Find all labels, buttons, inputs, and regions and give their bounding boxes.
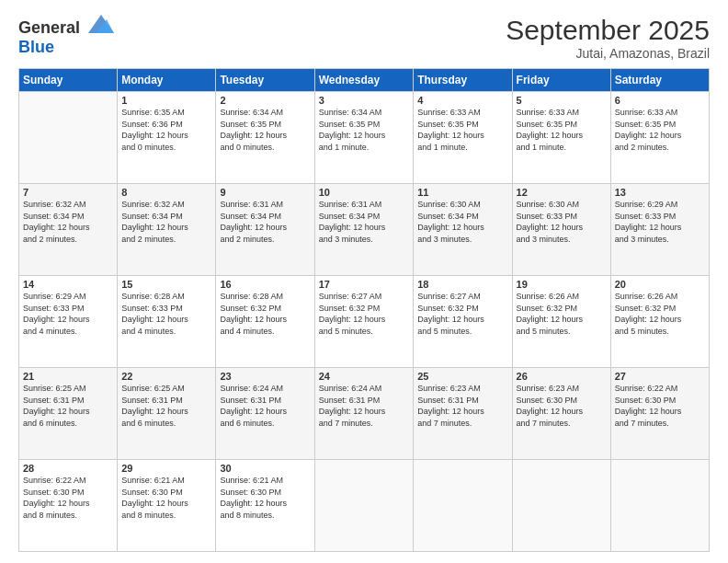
day-number: 14 xyxy=(23,279,113,290)
day-number: 27 xyxy=(615,371,705,382)
day-number: 11 xyxy=(417,187,507,198)
day-number: 17 xyxy=(319,279,410,290)
calendar-header-row: SundayMondayTuesdayWednesdayThursdayFrid… xyxy=(19,69,710,92)
day-info: Sunrise: 6:22 AM Sunset: 6:30 PM Dayligh… xyxy=(615,383,705,429)
calendar-cell: 11Sunrise: 6:30 AM Sunset: 6:34 PM Dayli… xyxy=(414,184,512,276)
header: General Blue September 2025 Jutai, Amazo… xyxy=(18,15,710,61)
day-info: Sunrise: 6:27 AM Sunset: 6:32 PM Dayligh… xyxy=(319,291,410,337)
day-info: Sunrise: 6:25 AM Sunset: 6:31 PM Dayligh… xyxy=(23,383,113,429)
day-info: Sunrise: 6:30 AM Sunset: 6:33 PM Dayligh… xyxy=(517,199,607,245)
day-number: 25 xyxy=(417,371,507,382)
month-title: September 2025 xyxy=(506,15,710,46)
calendar-cell: 1Sunrise: 6:35 AM Sunset: 6:36 PM Daylig… xyxy=(118,92,216,184)
day-number: 18 xyxy=(417,279,507,290)
calendar-cell: 17Sunrise: 6:27 AM Sunset: 6:32 PM Dayli… xyxy=(314,276,414,368)
calendar-cell: 3Sunrise: 6:34 AM Sunset: 6:35 PM Daylig… xyxy=(314,92,414,184)
calendar-cell: 9Sunrise: 6:31 AM Sunset: 6:34 PM Daylig… xyxy=(216,184,314,276)
calendar-week-row: 28Sunrise: 6:22 AM Sunset: 6:30 PM Dayli… xyxy=(19,460,710,552)
day-number: 8 xyxy=(121,187,211,198)
day-info: Sunrise: 6:25 AM Sunset: 6:31 PM Dayligh… xyxy=(121,383,211,429)
day-info: Sunrise: 6:34 AM Sunset: 6:35 PM Dayligh… xyxy=(319,107,410,153)
day-number: 26 xyxy=(517,371,607,382)
calendar-cell: 4Sunrise: 6:33 AM Sunset: 6:35 PM Daylig… xyxy=(414,92,512,184)
day-info: Sunrise: 6:24 AM Sunset: 6:31 PM Dayligh… xyxy=(220,383,310,429)
calendar-cell: 26Sunrise: 6:23 AM Sunset: 6:30 PM Dayli… xyxy=(512,368,610,460)
day-info: Sunrise: 6:35 AM Sunset: 6:36 PM Dayligh… xyxy=(121,107,211,153)
day-number: 13 xyxy=(615,187,705,198)
day-header-friday: Friday xyxy=(512,69,610,92)
day-header-wednesday: Wednesday xyxy=(314,69,414,92)
day-header-sunday: Sunday xyxy=(19,69,118,92)
day-header-saturday: Saturday xyxy=(610,69,709,92)
day-number: 6 xyxy=(615,95,705,106)
calendar-cell xyxy=(610,460,709,552)
day-info: Sunrise: 6:31 AM Sunset: 6:34 PM Dayligh… xyxy=(220,199,310,245)
calendar-cell: 20Sunrise: 6:26 AM Sunset: 6:32 PM Dayli… xyxy=(610,276,709,368)
calendar-cell xyxy=(512,460,610,552)
day-number: 24 xyxy=(319,371,410,382)
day-number: 15 xyxy=(121,279,211,290)
calendar-cell: 22Sunrise: 6:25 AM Sunset: 6:31 PM Dayli… xyxy=(118,368,216,460)
calendar-cell xyxy=(19,92,118,184)
day-header-tuesday: Tuesday xyxy=(216,69,314,92)
calendar-cell: 23Sunrise: 6:24 AM Sunset: 6:31 PM Dayli… xyxy=(216,368,314,460)
day-number: 10 xyxy=(319,187,410,198)
day-number: 1 xyxy=(121,95,211,106)
day-info: Sunrise: 6:32 AM Sunset: 6:34 PM Dayligh… xyxy=(23,199,113,245)
calendar-week-row: 21Sunrise: 6:25 AM Sunset: 6:31 PM Dayli… xyxy=(19,368,710,460)
day-info: Sunrise: 6:34 AM Sunset: 6:35 PM Dayligh… xyxy=(220,107,310,153)
day-number: 7 xyxy=(23,187,113,198)
calendar-cell: 10Sunrise: 6:31 AM Sunset: 6:34 PM Dayli… xyxy=(314,184,414,276)
calendar-cell: 5Sunrise: 6:33 AM Sunset: 6:35 PM Daylig… xyxy=(512,92,610,184)
day-info: Sunrise: 6:32 AM Sunset: 6:34 PM Dayligh… xyxy=(121,199,211,245)
day-info: Sunrise: 6:22 AM Sunset: 6:30 PM Dayligh… xyxy=(23,475,113,521)
calendar-cell: 25Sunrise: 6:23 AM Sunset: 6:31 PM Dayli… xyxy=(414,368,512,460)
day-info: Sunrise: 6:21 AM Sunset: 6:30 PM Dayligh… xyxy=(220,475,310,521)
day-info: Sunrise: 6:33 AM Sunset: 6:35 PM Dayligh… xyxy=(615,107,705,153)
calendar-week-row: 7Sunrise: 6:32 AM Sunset: 6:34 PM Daylig… xyxy=(19,184,710,276)
day-number: 3 xyxy=(319,95,410,106)
day-number: 16 xyxy=(220,279,310,290)
day-number: 20 xyxy=(615,279,705,290)
day-number: 19 xyxy=(517,279,607,290)
day-header-monday: Monday xyxy=(118,69,216,92)
location-subtitle: Jutai, Amazonas, Brazil xyxy=(506,46,710,61)
day-info: Sunrise: 6:24 AM Sunset: 6:31 PM Dayligh… xyxy=(319,383,410,429)
day-info: Sunrise: 6:23 AM Sunset: 6:31 PM Dayligh… xyxy=(417,383,507,429)
day-info: Sunrise: 6:33 AM Sunset: 6:35 PM Dayligh… xyxy=(417,107,507,153)
day-info: Sunrise: 6:26 AM Sunset: 6:32 PM Dayligh… xyxy=(517,291,607,337)
calendar-cell: 2Sunrise: 6:34 AM Sunset: 6:35 PM Daylig… xyxy=(216,92,314,184)
calendar-cell: 14Sunrise: 6:29 AM Sunset: 6:33 PM Dayli… xyxy=(19,276,118,368)
day-number: 21 xyxy=(23,371,113,382)
day-info: Sunrise: 6:28 AM Sunset: 6:33 PM Dayligh… xyxy=(121,291,211,337)
day-number: 9 xyxy=(220,187,310,198)
page: General Blue September 2025 Jutai, Amazo… xyxy=(0,0,728,563)
day-number: 23 xyxy=(220,371,310,382)
calendar-cell: 19Sunrise: 6:26 AM Sunset: 6:32 PM Dayli… xyxy=(512,276,610,368)
day-info: Sunrise: 6:26 AM Sunset: 6:32 PM Dayligh… xyxy=(615,291,705,337)
day-info: Sunrise: 6:23 AM Sunset: 6:30 PM Dayligh… xyxy=(517,383,607,429)
day-info: Sunrise: 6:33 AM Sunset: 6:35 PM Dayligh… xyxy=(517,107,607,153)
title-block: September 2025 Jutai, Amazonas, Brazil xyxy=(506,15,710,61)
day-info: Sunrise: 6:21 AM Sunset: 6:30 PM Dayligh… xyxy=(121,475,211,521)
logo: General Blue xyxy=(18,15,114,57)
calendar-cell: 7Sunrise: 6:32 AM Sunset: 6:34 PM Daylig… xyxy=(19,184,118,276)
logo-general: General xyxy=(18,18,80,37)
calendar-week-row: 14Sunrise: 6:29 AM Sunset: 6:33 PM Dayli… xyxy=(19,276,710,368)
calendar-cell: 21Sunrise: 6:25 AM Sunset: 6:31 PM Dayli… xyxy=(19,368,118,460)
day-header-thursday: Thursday xyxy=(414,69,512,92)
day-number: 12 xyxy=(517,187,607,198)
calendar-cell: 28Sunrise: 6:22 AM Sunset: 6:30 PM Dayli… xyxy=(19,460,118,552)
day-info: Sunrise: 6:30 AM Sunset: 6:34 PM Dayligh… xyxy=(417,199,507,245)
calendar-cell: 15Sunrise: 6:28 AM Sunset: 6:33 PM Dayli… xyxy=(118,276,216,368)
day-number: 28 xyxy=(23,463,113,474)
day-number: 29 xyxy=(121,463,211,474)
calendar-cell: 30Sunrise: 6:21 AM Sunset: 6:30 PM Dayli… xyxy=(216,460,314,552)
day-number: 2 xyxy=(220,95,310,106)
day-number: 30 xyxy=(220,463,310,474)
day-info: Sunrise: 6:29 AM Sunset: 6:33 PM Dayligh… xyxy=(615,199,705,245)
calendar-cell: 16Sunrise: 6:28 AM Sunset: 6:32 PM Dayli… xyxy=(216,276,314,368)
calendar-week-row: 1Sunrise: 6:35 AM Sunset: 6:36 PM Daylig… xyxy=(19,92,710,184)
calendar-cell xyxy=(414,460,512,552)
calendar-cell: 6Sunrise: 6:33 AM Sunset: 6:35 PM Daylig… xyxy=(610,92,709,184)
